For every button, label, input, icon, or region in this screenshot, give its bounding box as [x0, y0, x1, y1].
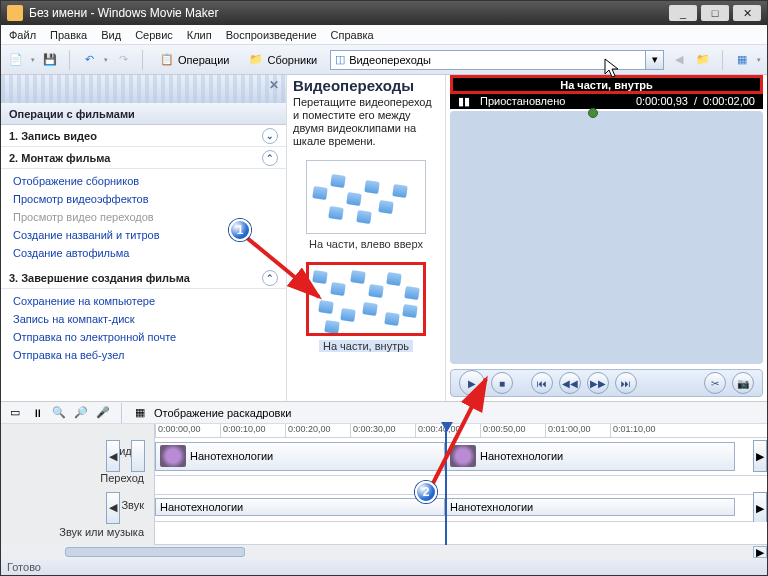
stop-button[interactable]: ■: [491, 372, 513, 394]
undo-icon[interactable]: ↶: [80, 51, 98, 69]
take-snapshot-button[interactable]: 📷: [732, 372, 754, 394]
rewind-start-button[interactable]: ⏮: [531, 372, 553, 394]
transition-item-1[interactable]: На части, влево вверх: [293, 154, 439, 256]
clip-label: Нанотехнологии: [190, 450, 273, 462]
transition-item-2[interactable]: На части, внутрь: [293, 256, 439, 358]
link-show-collections[interactable]: Отображение сборников: [13, 173, 274, 189]
storyboard-icon[interactable]: ▦: [132, 405, 148, 421]
rewind-icon[interactable]: ⏸: [29, 405, 45, 421]
preview-time-total: 0:00:02,00: [703, 95, 755, 107]
audio-clip-2[interactable]: Нанотехнологии: [445, 498, 735, 516]
menu-view[interactable]: Вид: [101, 29, 121, 41]
transitions-title: Видеопереходы: [293, 77, 439, 94]
clip-label: Нанотехнологии: [480, 450, 563, 462]
close-button[interactable]: ✕: [733, 5, 761, 21]
link-automovie[interactable]: Создание автофильма: [13, 245, 274, 261]
link-web[interactable]: Отправка на веб-узел: [13, 347, 274, 363]
chevron-up-icon: ⌃: [262, 150, 278, 166]
menu-help[interactable]: Справка: [331, 29, 374, 41]
scrollbar-thumb[interactable]: [65, 547, 245, 557]
section-3-title: 3. Завершение создания фильма: [9, 272, 190, 284]
track-label-audio: Звук ◀: [1, 492, 154, 519]
save-icon[interactable]: 💾: [41, 51, 59, 69]
view-mode-button[interactable]: ▦: [733, 51, 751, 69]
new-project-icon[interactable]: 📄: [7, 51, 25, 69]
toolbar: 📄 ▾ 💾 ↶ ▾ ↷ 📋 Операции 📁 Сборники ◫ Виде…: [1, 45, 767, 75]
section-1-head[interactable]: 1. Запись видео ⌄: [1, 125, 286, 147]
scroll-right-button[interactable]: ▶: [753, 546, 767, 558]
track-label-music: Звук или музыка: [1, 518, 154, 545]
menu-tools[interactable]: Сервис: [135, 29, 173, 41]
link-burn-cd[interactable]: Запись на компакт-диск: [13, 311, 274, 327]
tasks-icon: 📋: [160, 53, 174, 66]
up-level-icon[interactable]: 📁: [694, 51, 712, 69]
timeline-body: Видео ◀ Переход Звук ◀ Звук или музыка 0…: [1, 424, 767, 545]
link-email[interactable]: Отправка по электронной почте: [13, 329, 274, 345]
seek-bar[interactable]: [450, 111, 763, 364]
transition-thumb-1: [306, 160, 426, 234]
video-track[interactable]: Нанотехнологии Нанотехнологии ▶: [155, 438, 767, 476]
transition-caption-2: На части, внутрь: [319, 340, 413, 352]
task-pane-close-button[interactable]: ✕: [266, 77, 282, 93]
frame-forward-button[interactable]: ▶▶: [587, 372, 609, 394]
maximize-button[interactable]: □: [701, 5, 729, 21]
clip-label: Нанотехнологии: [160, 501, 243, 513]
menu-edit[interactable]: Правка: [50, 29, 87, 41]
separator: [142, 50, 143, 70]
timeline-scrollbar[interactable]: ▶: [1, 545, 767, 559]
playback-controls: ▶ ■ ⏮ ◀◀ ▶▶ ⏭ ✂ 📷: [450, 369, 763, 397]
preview-monitor: [450, 91, 763, 94]
frame-back-button[interactable]: ◀◀: [559, 372, 581, 394]
ruler-tick: 0:00:10,00: [220, 424, 285, 437]
titlebar: Без имени - Windows Movie Maker _ □ ✕: [1, 1, 767, 25]
audio-track[interactable]: Нанотехнологии Нанотехнологии ▶: [155, 495, 767, 522]
mic-icon[interactable]: 🎤: [95, 405, 111, 421]
link-video-transitions: Просмотр видео переходов: [13, 209, 274, 225]
video-clip-2[interactable]: Нанотехнологии: [445, 442, 735, 471]
link-save-computer[interactable]: Сохранение на компьютере: [13, 293, 274, 309]
nav-back-icon[interactable]: ◀: [670, 51, 688, 69]
section-3-head[interactable]: 3. Завершение создания фильма ⌃: [1, 267, 286, 289]
menu-playback[interactable]: Воспроизведение: [226, 29, 317, 41]
separator: [69, 50, 70, 70]
video-track-next-button[interactable]: ▶: [753, 440, 767, 472]
minimize-button[interactable]: _: [669, 5, 697, 21]
collections-button[interactable]: 📁 Сборники: [242, 49, 324, 71]
zoom-out-icon[interactable]: 🔎: [73, 405, 89, 421]
split-clip-button[interactable]: ✂: [704, 372, 726, 394]
play-button[interactable]: ▶: [459, 370, 485, 396]
transition-caption-1: На части, влево вверх: [309, 238, 423, 250]
link-video-effects[interactable]: Просмотр видеоэффектов: [13, 191, 274, 207]
redo-icon[interactable]: ↷: [114, 51, 132, 69]
section-2-head[interactable]: 2. Монтаж фильма ⌃: [1, 147, 286, 169]
audio-track-next-button[interactable]: ▶: [753, 492, 767, 524]
section-2-title: 2. Монтаж фильма: [9, 152, 110, 164]
dropdown-arrow-button[interactable]: ▾: [646, 50, 664, 70]
statusbar: Готово: [1, 559, 767, 575]
chevron-down-icon: ⌄: [262, 128, 278, 144]
separator: [722, 50, 723, 70]
chevron-down-icon: ▾: [652, 53, 658, 66]
forward-end-button[interactable]: ⏭: [615, 372, 637, 394]
app-window: Без имени - Windows Movie Maker _ □ ✕ Фа…: [0, 0, 768, 576]
task-pane-title-text: Операции с фильмами: [9, 108, 135, 120]
menu-file[interactable]: Файл: [9, 29, 36, 41]
music-track[interactable]: [155, 522, 767, 545]
timeline-mode-icon[interactable]: ▭: [7, 405, 23, 421]
video-clip-1[interactable]: Нанотехнологии: [155, 442, 445, 471]
track-label-music-text: Звук или музыка: [59, 526, 144, 538]
menu-clip[interactable]: Клип: [187, 29, 212, 41]
collection-dropdown[interactable]: ◫ Видеопереходы ▾: [330, 50, 664, 70]
link-titles-credits[interactable]: Создание названий и титров: [13, 227, 274, 243]
tasks-button[interactable]: 📋 Операции: [153, 49, 236, 71]
task-pane-top-decor: [1, 75, 286, 103]
timeline-ruler[interactable]: 0:00:00,00 0:00:10,00 0:00:20,00 0:00:30…: [155, 424, 767, 438]
timeline-toolbar-label: Отображение раскадровки: [154, 407, 291, 419]
seek-thumb[interactable]: [588, 108, 598, 118]
clip-label: Нанотехнологии: [450, 501, 533, 513]
transition-track[interactable]: [155, 476, 767, 495]
audio-clip-1[interactable]: Нанотехнологии: [155, 498, 445, 516]
zoom-in-icon[interactable]: 🔍: [51, 405, 67, 421]
timeline-track-labels: Видео ◀ Переход Звук ◀ Звук или музыка: [1, 424, 155, 545]
playhead[interactable]: [445, 424, 447, 545]
